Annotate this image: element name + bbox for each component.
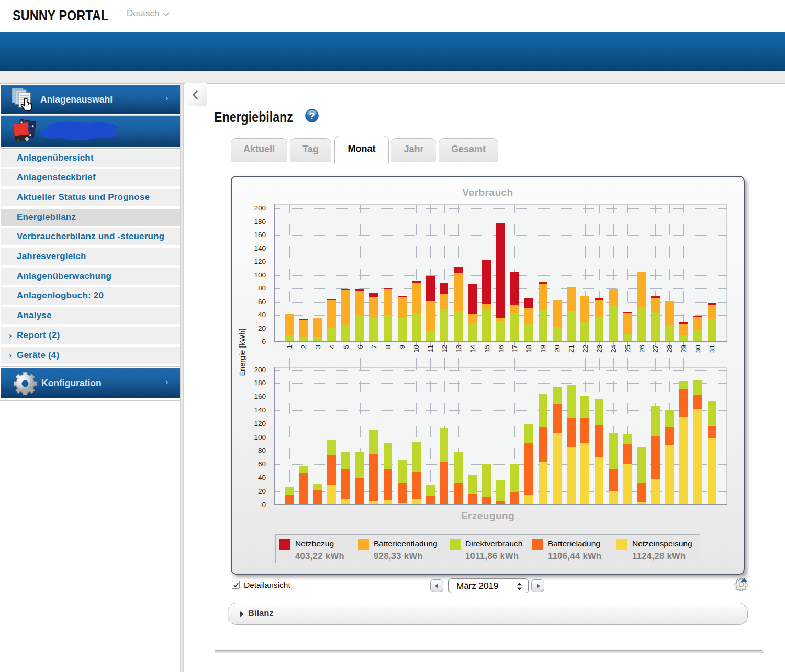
svg-text:SUNNY PORTAL: SUNNY PORTAL: [13, 7, 108, 23]
svg-text:?: ?: [309, 111, 315, 121]
svg-text:Energiebilanz: Energiebilanz: [214, 109, 293, 125]
